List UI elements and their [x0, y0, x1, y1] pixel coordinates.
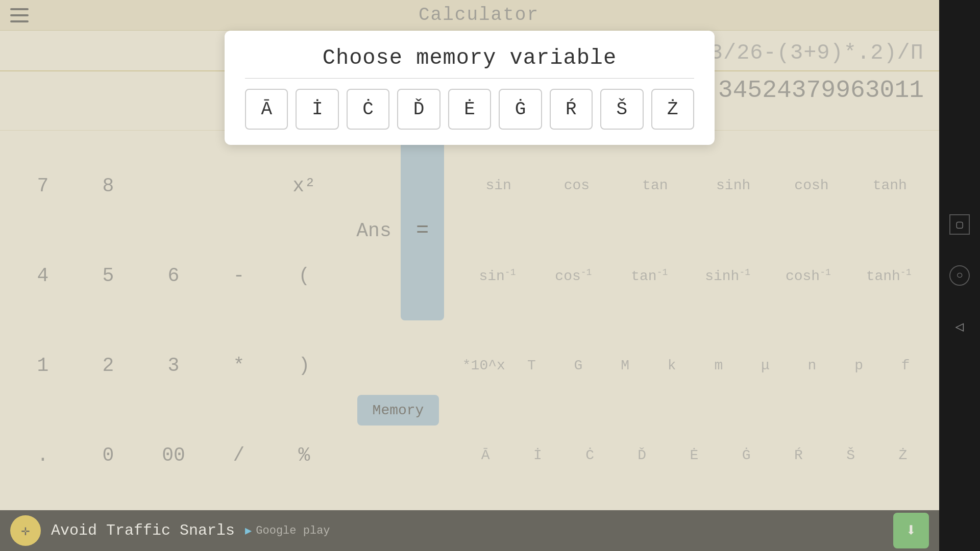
- modal-overlay: Choose memory variable ĀİĊĎĖĠŔŠŻ: [0, 0, 939, 551]
- android-circle-btn[interactable]: ○: [949, 265, 970, 286]
- memory-var-btn-5[interactable]: Ġ: [499, 89, 542, 130]
- android-back-btn[interactable]: ◁: [949, 316, 970, 337]
- memory-var-btn-0[interactable]: Ā: [245, 89, 288, 130]
- memory-var-btn-7[interactable]: Š: [600, 89, 643, 130]
- memory-var-btn-2[interactable]: Ċ: [347, 89, 389, 130]
- memory-var-btn-4[interactable]: Ė: [448, 89, 491, 130]
- android-nav: ▢ ○ ◁: [939, 0, 980, 551]
- android-square-btn[interactable]: ▢: [949, 214, 970, 235]
- memory-var-btn-8[interactable]: Ż: [651, 89, 694, 130]
- memory-var-btn-3[interactable]: Ď: [397, 89, 440, 130]
- memory-variables-grid: ĀİĊĎĖĠŔŠŻ: [245, 89, 694, 130]
- memory-var-btn-6[interactable]: Ŕ: [550, 89, 593, 130]
- memory-modal: Choose memory variable ĀİĊĎĖĠŔŠŻ: [225, 31, 715, 145]
- memory-var-btn-1[interactable]: İ: [296, 89, 338, 130]
- modal-title: Choose memory variable: [245, 46, 694, 79]
